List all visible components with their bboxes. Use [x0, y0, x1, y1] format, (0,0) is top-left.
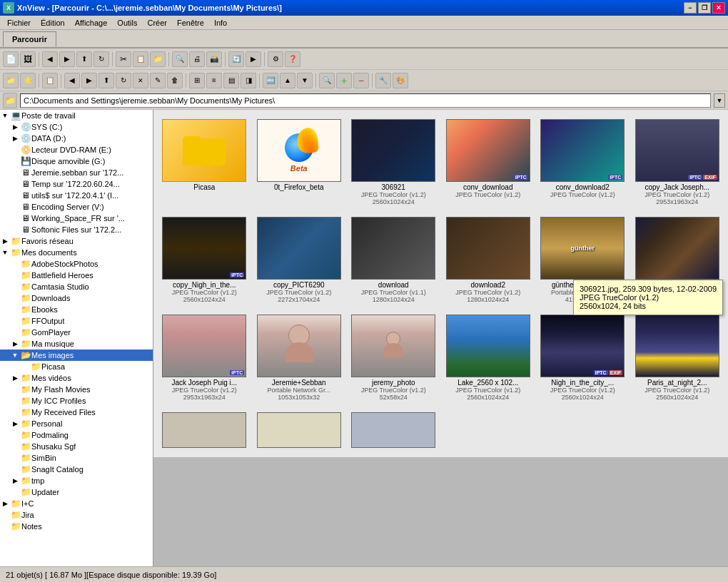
tree-toggle[interactable]: ▶ [0, 238, 10, 245]
tb2-list[interactable]: 📋 [42, 73, 58, 88]
menu-edition[interactable]: Édition [36, 17, 69, 29]
thumb-item-firefox[interactable]: Beta 0t_Firefox_beta [254, 116, 345, 209]
tree-item-podmaling[interactable]: 📁 Podmaling [0, 429, 153, 441]
tree-toggle[interactable]: ▼ [0, 112, 10, 119]
menu-fichier[interactable]: Fichier [3, 17, 35, 29]
menu-outils[interactable]: Outils [113, 17, 141, 29]
tab-parcourir[interactable]: Parcourir [3, 31, 56, 47]
tree-item-snagit[interactable]: 📁 SnagIt Catalog [0, 464, 153, 475]
tree-toggle[interactable]: ▶ [10, 420, 20, 427]
tree-item-softonic[interactable]: 🖥 Softonic Files sur '172.2... [0, 224, 153, 235]
tree-item-simbin[interactable]: 📁 SimBin [0, 452, 153, 464]
tree-toggle[interactable]: ▼ [10, 352, 20, 359]
menu-fenetre[interactable]: Fenêtre [173, 17, 208, 29]
thumb-item-download[interactable]: download JPEG TrueColor (v1.1)1280x1024x… [348, 213, 439, 307]
tree-item-tmp[interactable]: ▶ 📁 tmp [0, 475, 153, 486]
tree-item-picasa[interactable]: 📁 Picasa [0, 361, 153, 372]
address-input[interactable] [20, 93, 711, 108]
tb2-favorites[interactable]: ⭐ [20, 73, 36, 88]
tree-item-notes[interactable]: 📁 Notes [0, 521, 153, 532]
tb2-reload[interactable]: ↻ [116, 73, 131, 88]
tb-settings[interactable]: ⚙ [268, 51, 283, 67]
tb-forward[interactable]: ▶ [59, 51, 75, 67]
tree-toggle[interactable]: ▶ [10, 135, 20, 142]
tb2-folder-up[interactable]: 📁 [3, 73, 19, 88]
tree-item-network3[interactable]: 🖥 utils$ sur '172.20.4.1' (I... [0, 190, 153, 201]
tree-item-adobe[interactable]: 📁 AdobeStockPhotos [0, 258, 153, 270]
tb-up[interactable]: ⬆ [76, 51, 92, 67]
menu-info[interactable]: Info [210, 17, 231, 29]
tb2-thumbview[interactable]: ⊞ [189, 73, 205, 88]
tree-item-working-space[interactable]: 🖥 Working_Space_FR sur '... [0, 213, 153, 224]
thumb-item-lake[interactable]: Lake_2560 x 102... JPEG TrueColor (v1.2)… [443, 311, 534, 404]
thumb-item-download2[interactable]: download2 JPEG TrueColor (v1.2)1280x1024… [443, 213, 534, 307]
tb2-delete[interactable]: 🗑 [167, 73, 183, 88]
tb2-zoomin[interactable]: + [336, 73, 352, 88]
tree-item-network2[interactable]: 🖥 Temp sur '172.20.60.24... [0, 178, 153, 190]
tree-item-updater[interactable]: 📁 Updater [0, 486, 153, 498]
tb-screen[interactable]: 📸 [206, 51, 222, 67]
tb2-zoom[interactable]: 🔍 [319, 73, 335, 88]
tree-item-encoding-v[interactable]: 🖥 Encoding Server (V:) [0, 201, 153, 213]
tree-item-downloads[interactable]: 📁 Downloads [0, 292, 153, 304]
tree-item-mes-documents[interactable]: ▼ 📁 Mes documents [0, 247, 153, 258]
tree-toggle[interactable]: ▶ [10, 477, 20, 484]
tree-item-received[interactable]: 📁 My Received Files [0, 407, 153, 418]
minimize-button[interactable]: − [684, 2, 697, 14]
tree-item-flash-movies[interactable]: 📁 My Flash Movies [0, 384, 153, 395]
tb2-zoomout[interactable]: − [353, 73, 369, 88]
thumb-item-copy-jack[interactable]: IPTC EXIF copy_Jack Joseph... JPEG TrueC… [632, 116, 723, 209]
tb-back[interactable]: ◀ [42, 51, 58, 67]
thumb-item-picasa[interactable]: Picasa [159, 116, 250, 209]
tree-item-favoris[interactable]: ▶ 📁 Favoris réseau [0, 235, 153, 247]
tree-item-ma-musique[interactable]: ▶ 📁 Ma musique [0, 338, 153, 349]
tb2-stop[interactable]: ✕ [133, 73, 148, 88]
thumb-item-conv-download2[interactable]: IPTC conv_download2 JPEG TrueColor (v1.2… [537, 116, 628, 209]
tb2-sortasc[interactable]: ▲ [280, 73, 295, 88]
tree-item-mes-images[interactable]: ▼ 📂 Mes images [0, 349, 153, 361]
tree-item-sys-c[interactable]: ▶ 💿 SYS (C:) [0, 121, 153, 133]
tree-item-shusaku[interactable]: 📁 Shusaku Sgf [0, 441, 153, 452]
tb-help[interactable]: ❓ [285, 51, 300, 67]
thumb-item-jeremy-photo[interactable]: jeremy_photo JPEG TrueColor (v1.2)52x58x… [348, 311, 439, 404]
tree-item-icc[interactable]: 📁 My ICC Profiles [0, 395, 153, 407]
menu-creer[interactable]: Créer [143, 17, 171, 29]
thumb-item-conv-download[interactable]: IPTC conv_download JPEG TrueColor (v1.2) [443, 116, 534, 209]
thumb-item-paris[interactable]: Paris_at_night_2... JPEG TrueColor (v1.2… [632, 311, 723, 404]
tb2-detailview[interactable]: ▤ [223, 73, 239, 88]
tree-item-jira[interactable]: 📁 Jira [0, 509, 153, 521]
tree-item-mes-videos[interactable]: ▶ 📁 Mes vidéos [0, 372, 153, 384]
tb2-prev[interactable]: ◀ [64, 73, 80, 88]
thumb-item-partial2[interactable] [254, 409, 345, 451]
tb2-colorpick[interactable]: 🎨 [393, 73, 408, 88]
tree-item-battlefield[interactable]: 📁 Battlefield Heroes [0, 270, 153, 281]
tb-find[interactable]: 🔍 [172, 51, 188, 67]
tree-item-removable-g[interactable]: ▶ 💾 Disque amovible (G:) [0, 155, 153, 167]
tree-item-ic[interactable]: ▶ 📁 I+C [0, 498, 153, 509]
tree-item-ffoutput[interactable]: 📁 FFOutput [0, 315, 153, 327]
tree-toggle[interactable]: ▼ [0, 249, 10, 256]
tree-toggle[interactable]: ▶ [0, 500, 10, 507]
tree-item-data-d[interactable]: ▶ 💿 DATA (D:) [0, 133, 153, 144]
thumb-item-copy-pict[interactable]: copy_PICT6290 JPEG TrueColor (v1.2)2272x… [254, 213, 345, 307]
tb2-filter[interactable]: 🔧 [375, 73, 391, 88]
tb2-next[interactable]: ▶ [81, 73, 97, 88]
thumb-item-partial1[interactable] [159, 409, 250, 451]
tree-toggle[interactable]: ▶ [10, 374, 20, 382]
tb2-edit[interactable]: ✎ [150, 73, 166, 88]
tree-item-ebooks[interactable]: 📁 Ebooks [0, 304, 153, 315]
tb2-sortdesc[interactable]: ▼ [297, 73, 313, 88]
tb-copy[interactable]: 📋 [133, 51, 148, 67]
tb2-listview[interactable]: ≡ [206, 73, 222, 88]
tb-slideshow[interactable]: ▶ [246, 51, 261, 67]
tb-new[interactable]: 📄 [3, 51, 19, 67]
tree-item-camtasia[interactable]: 📁 Camtasia Studio [0, 281, 153, 292]
thumb-item-nigh-city[interactable]: IPTC EXIF Nigh_in_the_city_... JPEG True… [537, 311, 628, 404]
tb-paste[interactable]: 📁 [150, 51, 166, 67]
tree-item-dvd-e[interactable]: ▶ 📀 Lecteur DVD-RAM (E:) [0, 144, 153, 155]
address-dropdown[interactable]: ▼ [714, 93, 725, 108]
thumb-item-partial3[interactable] [348, 409, 439, 451]
thumb-item-copy-nigh[interactable]: IPTC copy_Nigh_in_the... JPEG TrueColor … [159, 213, 250, 307]
tb2-parent[interactable]: ⬆ [98, 73, 114, 88]
tree-toggle[interactable]: ▶ [10, 340, 20, 347]
